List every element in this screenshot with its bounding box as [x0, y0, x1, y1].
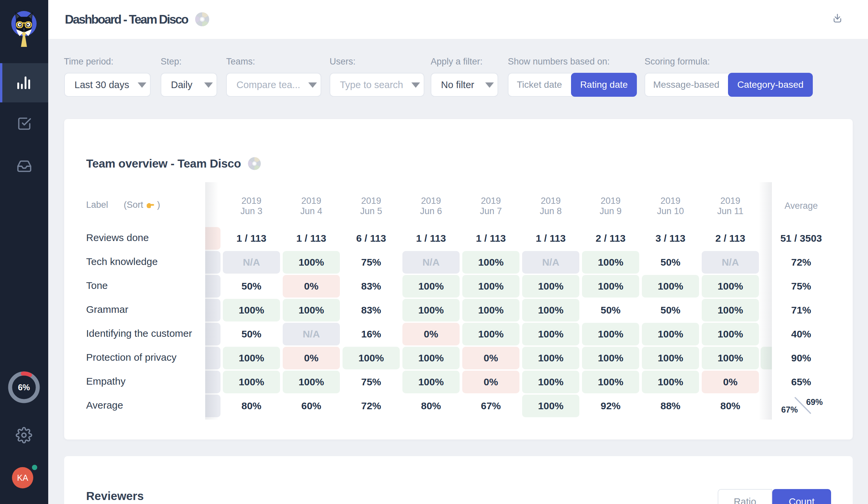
- svg-text:6%: 6%: [18, 383, 30, 392]
